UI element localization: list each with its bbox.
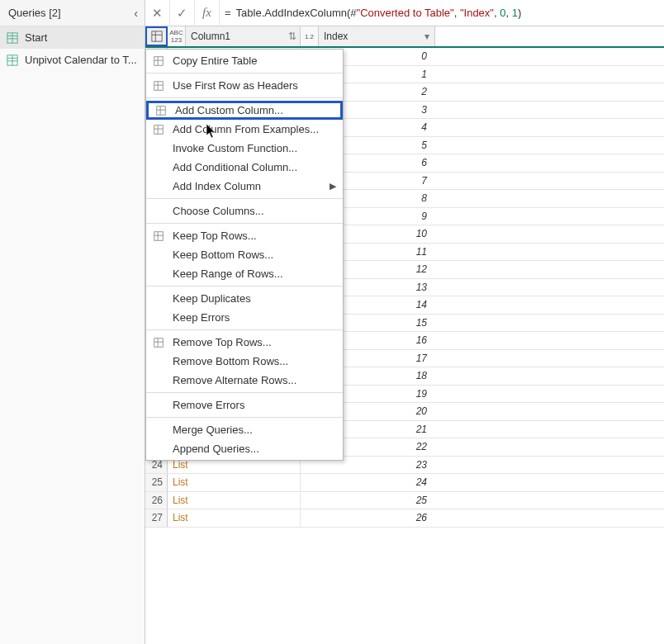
menu-item-add-column-from-examples[interactable]: Add Column From Examples...: [146, 120, 343, 139]
menu-item-label: Remove Alternate Rows...: [173, 374, 296, 386]
column-header-index[interactable]: 1.2 Index ▾: [301, 26, 435, 46]
table-icon: [7, 32, 18, 44]
equals-sign: =: [220, 7, 236, 19]
menu-item-label: Remove Top Rows...: [173, 336, 272, 348]
fx-icon[interactable]: fx: [195, 0, 220, 26]
svg-rect-26: [154, 338, 164, 347]
menu-item-label: Keep Errors: [173, 311, 230, 324]
main-area: ✕ ✓ fx = Table.AddIndexColumn(#"Converte…: [145, 0, 664, 644]
column-sort-icon[interactable]: ⇅: [285, 31, 300, 42]
svg-rect-8: [151, 31, 161, 41]
menu-item-label: Add Index Column: [173, 180, 261, 192]
menu-item-add-custom-column[interactable]: Add Custom Column...: [146, 101, 343, 120]
table-row[interactable]: 26List25: [145, 492, 664, 510]
menu-item-remove-bottom-rows[interactable]: Remove Bottom Rows...: [146, 352, 343, 371]
queries-title: Queries [2]: [8, 7, 61, 19]
formula-input[interactable]: Table.AddIndexColumn(#"Converted to Tabl…: [236, 7, 522, 19]
table-row[interactable]: 27List26: [145, 509, 664, 528]
queries-header[interactable]: Queries [2] ‹: [0, 0, 145, 26]
menu-item-keep-top-rows[interactable]: Keep Top Rows...: [146, 226, 343, 245]
column-dropdown-icon[interactable]: ▾: [420, 31, 434, 42]
menu-item-append-queries[interactable]: Append Queries...: [146, 439, 343, 458]
row-number: 25: [145, 474, 168, 491]
queries-panel: Queries [2] ‹ Start Unpivot Calendar to …: [0, 0, 145, 644]
menu-item-label: Remove Bottom Rows...: [173, 355, 288, 367]
col2-icon: [151, 122, 166, 137]
menu-item-label: Add Conditional Column...: [173, 161, 297, 173]
menu-item-label: Keep Duplicates: [173, 292, 251, 305]
svg-rect-17: [157, 106, 166, 115]
cell-column1[interactable]: List: [168, 509, 301, 527]
column-name: Column1: [186, 31, 285, 42]
menu-item-invoke-custom-function[interactable]: Invoke Custom Function...: [146, 139, 343, 158]
menu-item-keep-duplicates[interactable]: Keep Duplicates: [146, 289, 343, 308]
column-header-column1[interactable]: ABC 123 Column1 ⇅: [168, 26, 301, 46]
formula-bar: ✕ ✓ fx = Table.AddIndexColumn(#"Converte…: [145, 0, 664, 26]
accept-formula-button[interactable]: ✓: [170, 0, 195, 26]
menu-separator: [146, 223, 343, 224]
row-number: 26: [145, 492, 168, 509]
menu-item-label: Invoke Custom Function...: [173, 142, 297, 154]
cell-index: 25: [301, 492, 435, 509]
menu-item-remove-errors[interactable]: Remove Errors: [146, 395, 343, 414]
table-corner-button[interactable]: [145, 26, 168, 46]
query-item-unpivot[interactable]: Unpivot Calendar to T...: [0, 49, 145, 71]
menu-item-label: Merge Queries...: [173, 424, 253, 436]
cell-column1[interactable]: List: [168, 492, 301, 509]
data-grid: ABC 123 Column1 ⇅ 1.2 Index ▾ 0123456789…: [145, 26, 664, 644]
menu-separator: [146, 73, 343, 73]
menu-item-label: Use First Row as Headers: [173, 79, 298, 92]
query-label: Unpivot Calendar to T...: [25, 54, 137, 66]
menu-item-label: Keep Bottom Rows...: [173, 249, 273, 261]
row-number: 27: [145, 509, 168, 527]
menu-item-add-conditional-column[interactable]: Add Conditional Column...: [146, 158, 343, 177]
collapse-chevron-icon[interactable]: ‹: [134, 7, 138, 20]
menu-item-label: Choose Columns...: [173, 205, 264, 217]
rows-icon: [151, 229, 166, 244]
menu-separator: [146, 417, 343, 418]
table-icon: [151, 78, 166, 93]
table-row[interactable]: 25List24: [145, 474, 664, 492]
menu-item-choose-columns[interactable]: Choose Columns...: [146, 201, 343, 220]
column-name: Index: [319, 31, 420, 42]
table-icon: [7, 54, 18, 66]
svg-rect-20: [154, 125, 164, 134]
cancel-formula-button[interactable]: ✕: [145, 0, 170, 26]
menu-item-merge-queries[interactable]: Merge Queries...: [146, 420, 343, 439]
menu-item-remove-top-rows[interactable]: Remove Top Rows...: [146, 333, 343, 352]
rows2-icon: [151, 335, 166, 350]
cell-index: 26: [301, 509, 435, 527]
menu-item-label: Add Custom Column...: [175, 104, 283, 116]
svg-rect-14: [154, 81, 164, 90]
menu-separator: [146, 392, 343, 393]
menu-item-keep-range-of-rows[interactable]: Keep Range of Rows...: [146, 264, 343, 283]
menu-separator: [146, 198, 343, 199]
menu-item-label: Remove Errors: [173, 399, 244, 411]
submenu-arrow-icon: ▶: [330, 181, 336, 192]
menu-item-label: Copy Entire Table: [173, 54, 257, 67]
menu-item-keep-bottom-rows[interactable]: Keep Bottom Rows...: [146, 245, 343, 264]
query-label: Start: [25, 31, 47, 44]
table-context-menu: Copy Entire TableUse First Row as Header…: [145, 49, 344, 461]
type-number-icon[interactable]: 1.2: [301, 26, 319, 46]
menu-separator: [146, 286, 343, 286]
menu-item-use-first-row-as-headers[interactable]: Use First Row as Headers: [146, 76, 343, 95]
menu-item-label: Keep Range of Rows...: [173, 268, 283, 280]
menu-item-copy-entire-table[interactable]: Copy Entire Table: [146, 51, 343, 70]
menu-separator: [146, 329, 343, 330]
menu-item-label: Append Queries...: [173, 443, 259, 455]
menu-item-add-index-column[interactable]: Add Index Column▶: [146, 177, 343, 196]
col-icon: [154, 103, 168, 118]
menu-item-label: Keep Top Rows...: [173, 230, 257, 242]
menu-separator: [146, 97, 343, 98]
menu-item-remove-alternate-rows[interactable]: Remove Alternate Rows...: [146, 371, 343, 390]
type-abc123-icon[interactable]: ABC 123: [168, 26, 186, 46]
query-item-start[interactable]: Start: [0, 26, 145, 49]
grid-header-row: ABC 123 Column1 ⇅ 1.2 Index ▾: [145, 26, 664, 48]
cell-column1[interactable]: List: [168, 474, 301, 491]
copy-icon: [151, 54, 166, 69]
svg-rect-23: [154, 231, 164, 240]
cell-index: 24: [301, 474, 435, 491]
menu-item-label: Add Column From Examples...: [173, 123, 319, 135]
menu-item-keep-errors[interactable]: Keep Errors: [146, 308, 343, 327]
